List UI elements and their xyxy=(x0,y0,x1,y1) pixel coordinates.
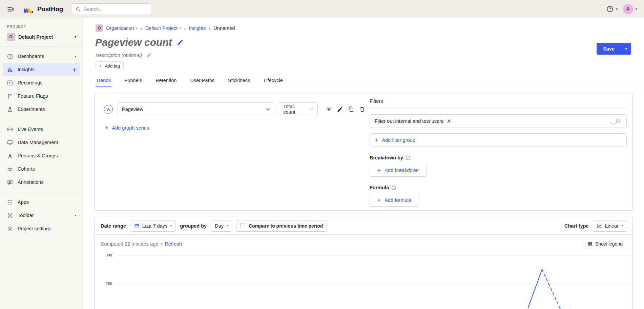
collapse-sidebar-icon[interactable] xyxy=(7,6,14,13)
delete-trash-icon[interactable] xyxy=(359,106,366,113)
sidebar-item-apps[interactable]: Apps xyxy=(3,196,80,209)
search-icon xyxy=(76,6,80,12)
chevron-down-icon: ▾ xyxy=(180,26,181,30)
tab-trends[interactable]: Trends xyxy=(96,75,111,87)
plus-icon: + xyxy=(375,137,378,143)
sidebar-section-label: PROJECT xyxy=(7,24,83,28)
chevron-down-icon: ▾ xyxy=(621,224,623,228)
tab-stickiness[interactable]: Stickiness xyxy=(228,75,250,87)
refresh-link[interactable]: Refresh xyxy=(165,241,182,247)
info-icon[interactable]: i xyxy=(391,185,396,190)
save-options-button[interactable]: ▾ xyxy=(621,43,631,55)
edit-title-pencil-icon[interactable] xyxy=(177,39,184,46)
breadcrumb-current: Unnamed xyxy=(213,25,235,31)
bullet: • xyxy=(161,241,162,247)
sidebar-item-cohorts[interactable]: Cohorts xyxy=(3,162,80,175)
add-filter-group-button[interactable]: + Add filter group xyxy=(370,133,627,147)
info-icon[interactable]: i xyxy=(406,155,411,160)
edit-series-pencil-icon[interactable] xyxy=(337,106,343,113)
people-group-icon xyxy=(7,166,13,172)
sidebar-item-persons-groups[interactable]: Persons & Groups xyxy=(3,149,80,162)
tab-lifecycle[interactable]: Lifecycle xyxy=(263,75,283,87)
series-column: A Pageview Total count xyxy=(95,93,366,210)
event-select[interactable]: Pageview xyxy=(118,102,274,116)
svg-text:i: i xyxy=(408,156,409,159)
breadcrumb-project[interactable]: Default Project ▾ xyxy=(145,25,181,31)
sidebar: PROJECT O Default Project ▾ Dashboards ▾… xyxy=(0,18,83,309)
divider xyxy=(370,108,627,109)
project-switcher[interactable]: O Default Project ▾ xyxy=(4,31,79,43)
sidebar-item-insights[interactable]: Insights + xyxy=(3,63,80,76)
sidebar-item-annotations[interactable]: Annotations xyxy=(3,176,80,189)
add-tag-button[interactable]: + Add tag xyxy=(96,61,124,70)
formula-label: Formula xyxy=(370,185,389,190)
show-legend-button[interactable]: Show legend xyxy=(583,239,627,249)
avatar[interactable]: P xyxy=(623,4,633,14)
search-input[interactable] xyxy=(83,6,147,12)
play-icon xyxy=(7,80,13,86)
chevron-down-icon: ▾ xyxy=(170,224,172,228)
legend-table-icon xyxy=(587,242,593,247)
compare-checkbox[interactable] xyxy=(240,223,245,228)
series-row: A Pageview Total count xyxy=(104,102,366,116)
chevron-down-icon: ▾ xyxy=(625,47,627,51)
edit-description-pencil-icon[interactable] xyxy=(146,52,152,58)
posthog-logo[interactable]: PostHog xyxy=(23,5,63,13)
chevron-down-icon: ▾ xyxy=(226,224,228,228)
sidebar-item-dashboards[interactable]: Dashboards ▾ xyxy=(3,50,80,63)
sidebar-item-experiments[interactable]: Experiments xyxy=(3,103,80,116)
plus-icon: + xyxy=(99,63,102,69)
avatar-caret-icon[interactable]: ▾ xyxy=(636,7,637,11)
search-bar[interactable] xyxy=(72,3,151,15)
tab-retention[interactable]: Retention xyxy=(155,75,177,87)
sidebar-item-data-management[interactable]: Data Management xyxy=(3,136,80,149)
help-icon[interactable]: ? xyxy=(606,5,614,13)
monitor-icon xyxy=(7,139,13,146)
flask-icon xyxy=(7,106,13,113)
duplicate-icon[interactable] xyxy=(348,106,354,113)
tab-user-paths[interactable]: User Paths xyxy=(190,75,215,87)
top-bar: PostHog ? ▾ P ▾ xyxy=(0,0,644,18)
breadcrumb-organization[interactable]: Organization ▾ xyxy=(106,25,138,31)
org-badge: O xyxy=(96,24,103,32)
results-card: Date range Last 7 days ▾ grouped by Day … xyxy=(94,217,633,309)
divider xyxy=(0,192,83,192)
chevron-down-icon: ▾ xyxy=(75,55,76,58)
sidebar-item-live-events[interactable]: Live Events xyxy=(3,123,80,136)
filter-icon[interactable] xyxy=(326,106,332,113)
filter-settings-gear-icon[interactable] xyxy=(446,118,452,124)
tools-icon xyxy=(7,212,13,219)
chart-type-select[interactable]: Linear ▾ xyxy=(593,220,627,232)
insight-type-tabs: Trends Funnels Retention User Paths Stic… xyxy=(83,75,644,87)
annotation-icon xyxy=(7,179,13,186)
new-insight-plus-icon[interactable]: + xyxy=(72,66,76,73)
help-caret-icon[interactable]: ▾ xyxy=(616,7,618,11)
computed-timestamp: Computed 22 minutes ago xyxy=(101,241,158,247)
compare-checkbox-control[interactable]: Compare to previous time period xyxy=(236,220,327,232)
breadcrumb-insights[interactable]: Insights xyxy=(189,25,206,31)
page-title: Pageview count xyxy=(95,37,172,48)
date-range-select[interactable]: Last 7 days ▾ xyxy=(130,220,176,232)
dashboard-gauge-icon xyxy=(7,53,13,60)
main-content: O Organization ▾ › Default Project ▾ › I… xyxy=(83,18,644,309)
interval-select[interactable]: Day ▾ xyxy=(211,220,232,232)
sidebar-item-project-settings[interactable]: Project settings xyxy=(3,222,80,235)
trend-line-solid xyxy=(528,269,542,308)
add-graph-series-button[interactable]: + Add graph series xyxy=(105,125,366,131)
sidebar-item-feature-flags[interactable]: Feature Flags xyxy=(3,90,80,102)
internal-users-toggle[interactable] xyxy=(610,118,622,124)
grouped-by-label: grouped by xyxy=(180,223,207,229)
save-split-button: Save ▾ xyxy=(597,43,631,55)
add-formula-button[interactable]: + Add formula xyxy=(370,194,419,207)
series-actions xyxy=(326,106,366,113)
tab-funnels[interactable]: Funnels xyxy=(124,75,143,87)
sidebar-item-recordings[interactable]: Recordings xyxy=(3,76,80,89)
breadcrumb: O Organization ▾ › Default Project ▾ › I… xyxy=(96,24,644,32)
save-button[interactable]: Save xyxy=(597,43,621,55)
computed-row: Computed 22 minutes ago • Refresh Show l… xyxy=(95,235,632,249)
svg-text:i: i xyxy=(394,186,395,189)
sidebar-item-toolbar[interactable]: Toolbar ▾ xyxy=(3,209,80,222)
add-breakdown-button[interactable]: + Add breakdown xyxy=(370,164,427,177)
calendar-icon xyxy=(134,223,140,229)
aggregation-select[interactable]: Total count xyxy=(279,102,318,116)
